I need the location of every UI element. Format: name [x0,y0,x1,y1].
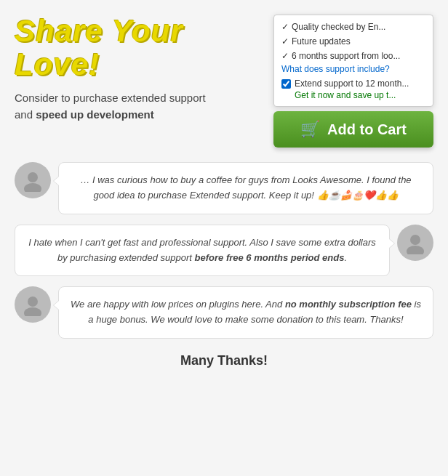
svg-point-3 [407,246,424,254]
extend-label: Extend support to 12 month... [295,78,409,89]
avatar-2 [397,225,433,261]
avatar-icon-1 [21,169,44,192]
quality-label: Quality checked by En... [292,21,385,33]
quality-item: ✓ Quality checked by En... [281,21,425,33]
dropdown-box: ✓ Quality checked by En... ✓ Future upda… [273,15,433,107]
support-label: 6 months support from loo... [292,50,400,62]
testimonials-section: … I was curious how to buy a coffee for … [15,162,433,339]
extend-text-block: Extend support to 12 month... Get it now… [295,78,409,100]
left-header: Share Your Love! Consider to purchase ex… [15,15,259,123]
testimonial-1-text: … I was curious how to buy a coffee for … [80,174,411,201]
svg-point-4 [28,297,38,307]
support-item: ✓ 6 months support from loo... [281,50,425,62]
add-to-cart-button[interactable]: 🛒 Add to Cart [273,111,433,148]
subtitle-bold: speed up development [36,108,154,121]
save-link[interactable]: Get it now and save up t... [295,90,409,100]
svg-point-0 [28,172,38,182]
share-title: Share Your Love! [15,15,259,81]
add-to-cart-label: Add to Cart [327,121,407,138]
avatar-1 [15,162,51,198]
testimonial-3: We are happy with low prices on plugins … [15,286,433,339]
subtitle-line2: and speed up development [15,108,154,121]
check-icon-1: ✓ [281,21,289,33]
check-icon-3: ✓ [281,50,289,62]
testimonial-3-text: We are happy with low prices on plugins … [71,299,421,325]
testimonial-1-bubble: … I was curious how to buy a coffee for … [58,162,433,214]
main-wrapper: Share Your Love! Consider to purchase ex… [0,0,448,476]
extend-checkbox[interactable] [281,79,291,89]
subtitle-line1: Consider to purchase extended support [15,92,206,104]
avatar-icon-2 [404,231,427,254]
many-thanks-text: Many Thanks! [180,353,268,368]
testimonial-2: I hate when I can't get fast and profess… [15,225,433,277]
updates-label: Future updates [292,36,351,48]
header-section: Share Your Love! Consider to purchase ex… [15,15,433,148]
testimonial-2-bubble: I hate when I can't get fast and profess… [15,225,390,277]
cart-icon: 🛒 [300,120,320,139]
testimonial-2-bold: before free 6 months period ends [195,252,345,263]
what-support-link[interactable]: What does support include? [281,64,425,74]
avatar-3 [15,286,51,323]
svg-point-1 [24,183,41,192]
updates-item: ✓ Future updates [281,36,425,48]
svg-point-5 [24,307,41,316]
svg-point-2 [410,235,420,245]
testimonial-2-text: I hate when I can't get fast and profess… [28,237,375,263]
many-thanks: Many Thanks! [15,353,433,368]
right-panel: ✓ Quality checked by En... ✓ Future upda… [273,15,433,148]
subtitle: Consider to purchase extended support an… [15,90,259,123]
check-icon-2: ✓ [281,36,289,48]
avatar-icon-3 [21,293,44,316]
extend-row: Extend support to 12 month... Get it now… [281,78,425,100]
testimonial-1: … I was curious how to buy a coffee for … [15,162,433,214]
testimonial-3-bold: no monthly subscription fee [285,299,412,310]
testimonial-3-bubble: We are happy with low prices on plugins … [58,286,433,339]
